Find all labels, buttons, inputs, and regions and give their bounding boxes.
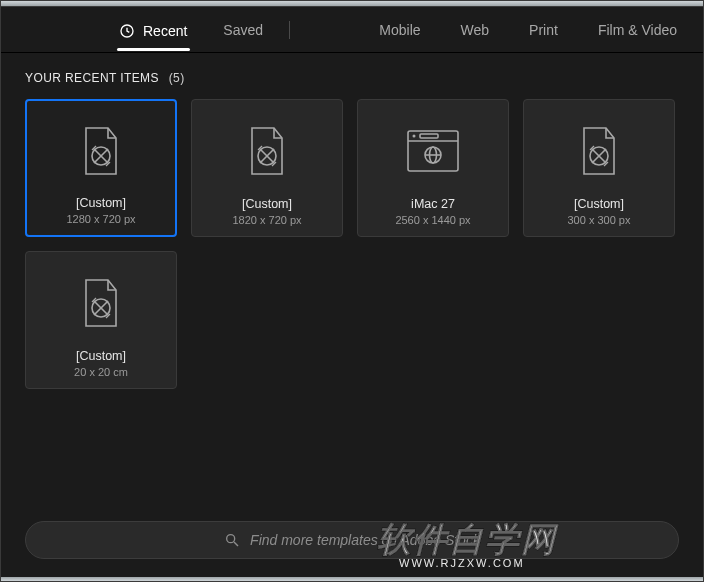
browser-icon bbox=[406, 108, 460, 193]
preset-label: [Custom] bbox=[76, 349, 126, 363]
tab-print[interactable]: Print bbox=[523, 7, 564, 53]
preset-card[interactable]: [Custom]20 x 20 cm bbox=[25, 251, 177, 389]
tab-recent-wrap: Recent bbox=[101, 8, 205, 51]
svg-rect-10 bbox=[420, 134, 438, 138]
tab-filmvideo[interactable]: Film & Video bbox=[592, 7, 683, 53]
section-title: YOUR RECENT ITEMS bbox=[25, 71, 159, 85]
document-icon bbox=[80, 260, 122, 345]
preset-dimensions: 20 x 20 cm bbox=[74, 366, 128, 378]
window-bottom-frame bbox=[1, 577, 703, 581]
preset-card[interactable]: iMac 272560 x 1440 px bbox=[357, 99, 509, 237]
preset-card[interactable]: [Custom]1820 x 720 px bbox=[191, 99, 343, 237]
category-tabs: Recent Saved Mobile Web Print Film & Vid… bbox=[1, 7, 703, 53]
tab-web-label: Web bbox=[461, 7, 490, 53]
preset-card[interactable]: [Custom]1280 x 720 px bbox=[25, 99, 177, 237]
document-icon bbox=[80, 109, 122, 192]
tab-mobile[interactable]: Mobile bbox=[373, 7, 426, 53]
tab-web[interactable]: Web bbox=[455, 7, 496, 53]
preset-label: [Custom] bbox=[574, 197, 624, 211]
svg-rect-7 bbox=[408, 131, 458, 171]
recent-icon bbox=[119, 23, 135, 39]
search-placeholder: Find more templates on Adobe Stock bbox=[250, 532, 480, 548]
search-icon bbox=[224, 532, 240, 548]
tab-recent-underline bbox=[117, 48, 190, 51]
tab-mobile-label: Mobile bbox=[379, 7, 420, 53]
preset-label: [Custom] bbox=[242, 197, 292, 211]
svg-point-20 bbox=[227, 535, 235, 543]
document-icon bbox=[578, 108, 620, 193]
tab-filmvideo-label: Film & Video bbox=[598, 7, 677, 53]
tab-group-categories: Mobile Web Print Film & Video bbox=[373, 7, 693, 53]
tab-saved-label: Saved bbox=[223, 7, 263, 53]
section-count: (5) bbox=[169, 71, 185, 85]
preset-dimensions: 300 x 300 px bbox=[568, 214, 631, 226]
preset-dimensions: 2560 x 1440 px bbox=[395, 214, 470, 226]
preset-label: iMac 27 bbox=[411, 197, 455, 211]
svg-point-9 bbox=[413, 134, 416, 137]
preset-label: [Custom] bbox=[76, 196, 126, 210]
preset-grid: [Custom]1280 x 720 px [Custom]1820 x 720… bbox=[1, 95, 703, 413]
preset-dimensions: 1280 x 720 px bbox=[66, 213, 135, 225]
tab-print-label: Print bbox=[529, 7, 558, 53]
document-icon bbox=[246, 108, 288, 193]
section-header: YOUR RECENT ITEMS (5) bbox=[1, 53, 703, 95]
preset-dimensions: 1820 x 720 px bbox=[232, 214, 301, 226]
tab-saved[interactable]: Saved bbox=[205, 7, 281, 53]
tab-separator bbox=[289, 21, 290, 39]
search-bar[interactable]: Find more templates on Adobe Stock bbox=[25, 521, 679, 559]
preset-card[interactable]: [Custom]300 x 300 px bbox=[523, 99, 675, 237]
svg-line-21 bbox=[234, 542, 238, 546]
